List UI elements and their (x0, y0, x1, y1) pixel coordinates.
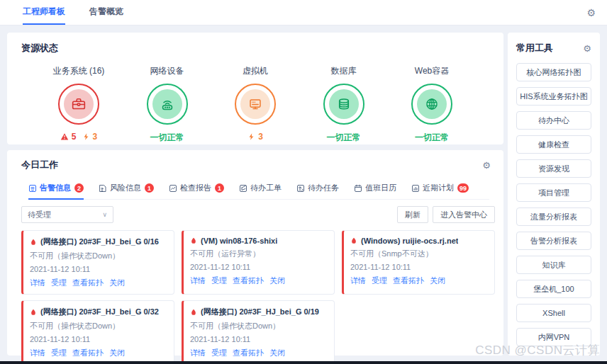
alert-card[interactable]: (网络接口) 20#3F_HJ_bei_G 0/32 不可用（操作状态Down）… (21, 300, 174, 364)
alert-card[interactable]: (网络接口) 20#3F_HJ_bei_G 0/16 不可用（操作状态Down）… (21, 230, 174, 295)
alert-time: 2021-11-12 10:11 (190, 263, 328, 271)
tool-xshell[interactable]: XShell (516, 304, 591, 322)
today-work-panel: 今日工作 ⚙ 告警信息 2 风险信息 1 检查报告 1 待办工单 (7, 150, 503, 356)
action-detail[interactable]: 详情 (190, 348, 206, 358)
tool-core-network-topology[interactable]: 核心网络拓扑图 (516, 63, 591, 81)
action-close[interactable]: 关闭 (269, 348, 285, 358)
action-close[interactable]: 关闭 (269, 275, 285, 286)
report-file-icon (169, 184, 177, 193)
resource-virtual-machines[interactable]: 虚拟机 3 (216, 65, 294, 144)
resource-network-devices[interactable]: 网络设备 一切正常 (128, 65, 206, 144)
tool-project-management[interactable]: 项目管理 (516, 183, 591, 202)
tool-todo-center[interactable]: 待办中心 (516, 111, 591, 130)
resource-status: 一切正常 (327, 132, 361, 144)
lightning-icon (247, 132, 255, 141)
common-tools-panel: 常用工具 ⚙ 核心网络拓扑图 HIS系统业务拓扑图 待办中心 健康检查 资源发现… (508, 33, 600, 356)
alert-card[interactable]: (网络接口) 20#3F_HJ_bei_G 0/19 不可用（操作状态Down）… (182, 300, 335, 364)
action-accept[interactable]: 受理 (211, 275, 227, 286)
resource-panel-title: 资源状态 (21, 42, 489, 55)
tab-alarm-overview[interactable]: 告警概览 (89, 0, 123, 25)
top-header: 工程师看板 告警概览 ⚙ (0, 0, 607, 25)
tool-health-check[interactable]: 健康检查 (516, 135, 591, 154)
gear-icon[interactable]: ⚙ (586, 0, 596, 25)
work-order-icon (239, 184, 247, 193)
flame-icon (30, 238, 37, 246)
alert-time: 2021-11-12 10:11 (190, 335, 328, 343)
tool-resource-discovery[interactable]: 资源发现 (516, 159, 591, 178)
warning-triangle-icon (60, 132, 69, 141)
tools-panel-title: 常用工具 (516, 42, 553, 55)
flame-icon (30, 308, 37, 317)
alert-cards-grid: (网络接口) 20#3F_HJ_bei_G 0/16 不可用（操作状态Down）… (21, 230, 495, 364)
action-close[interactable]: 关闭 (430, 275, 445, 286)
alert-status: 不可用（操作状态Down） (30, 321, 168, 331)
action-view-topology[interactable]: 查看拓扑 (72, 278, 104, 288)
resource-business-systems[interactable]: 业务系统 (16) (40, 65, 118, 144)
alert-card[interactable]: (VM) win08-176-shixi 不可用（运行异常） 2021-11-1… (182, 230, 335, 295)
action-close[interactable]: 关闭 (109, 278, 125, 288)
gear-icon[interactable]: ⚙ (482, 160, 491, 171)
alert-card[interactable]: (Windows) ruijie-ocs.rj.net 不可用（Snmp不可达）… (342, 230, 495, 295)
tab-todo-tasks[interactable]: 待办任务 (296, 178, 339, 200)
action-view-topology[interactable]: 查看拓扑 (233, 348, 264, 358)
alarm-list-icon (28, 184, 37, 193)
action-detail[interactable]: 详情 (30, 348, 45, 358)
alert-time: 2021-11-12 10:11 (30, 265, 168, 273)
resource-status: 一切正常 (150, 132, 184, 144)
alert-time: 2021-11-12 10:11 (350, 263, 489, 271)
calendar-icon (354, 184, 362, 193)
action-accept[interactable]: 受理 (51, 278, 67, 288)
alarm-filter-select[interactable]: 待受理 ∨ (21, 206, 113, 223)
badge: 99 (457, 183, 469, 193)
resource-row: 业务系统 (16) (21, 65, 489, 144)
badge: 1 (215, 183, 224, 193)
tool-his-business-topology[interactable]: HIS系统业务拓扑图 (516, 87, 591, 106)
alert-status: 不可用（操作状态Down） (30, 251, 168, 261)
tool-knowledge-base[interactable]: 知识库 (516, 256, 591, 274)
tool-bastion-host[interactable]: 堡垒机_100 (516, 280, 591, 298)
action-accept[interactable]: 受理 (211, 348, 227, 358)
bottom-strip (0, 361, 607, 364)
task-icon (296, 184, 305, 193)
tab-recent-plans[interactable]: 近期计划 99 (411, 178, 469, 200)
resource-status: 3 (247, 132, 263, 142)
resource-status-panel: 资源状态 业务系统 (16) (7, 33, 503, 144)
work-tabs: 告警信息 2 风险信息 1 检查报告 1 待办工单 待办任务 (28, 178, 489, 200)
tab-duty-calendar[interactable]: 值班日历 (354, 178, 396, 200)
resource-databases[interactable]: 数据库 一切正常 (305, 65, 383, 144)
badge: 1 (145, 183, 154, 193)
tool-alarm-report[interactable]: 告警分析报表 (516, 232, 591, 250)
action-accept[interactable]: 受理 (51, 348, 67, 358)
flame-icon (190, 237, 197, 245)
action-accept[interactable]: 受理 (372, 275, 387, 286)
database-icon (329, 89, 359, 119)
tab-alarm-info[interactable]: 告警信息 2 (28, 178, 84, 200)
virtual-machine-icon (240, 89, 270, 119)
work-panel-title: 今日工作 (21, 159, 58, 171)
plan-chart-icon (411, 184, 420, 193)
action-close[interactable]: 关闭 (109, 348, 125, 358)
chevron-down-icon: ∨ (102, 211, 107, 218)
alert-status: 不可用（Snmp不可达） (350, 249, 489, 259)
tab-todo-work-order[interactable]: 待办工单 (239, 178, 282, 200)
globe-icon (417, 89, 447, 119)
action-view-topology[interactable]: 查看拓扑 (393, 275, 424, 286)
action-detail[interactable]: 详情 (30, 278, 45, 288)
alarm-center-button[interactable]: 进入告警中心 (433, 206, 495, 223)
resource-status: 5 3 (60, 132, 97, 142)
action-view-topology[interactable]: 查看拓扑 (233, 275, 264, 286)
watermark: CSDN @CSDN云计算 (475, 342, 600, 358)
gear-icon[interactable]: ⚙ (583, 43, 591, 54)
tab-risk-info[interactable]: 风险信息 1 (99, 178, 154, 200)
flame-icon (190, 308, 197, 317)
risk-file-icon (99, 184, 107, 193)
tab-engineer-dashboard[interactable]: 工程师看板 (23, 0, 65, 25)
action-detail[interactable]: 详情 (190, 275, 206, 286)
tab-check-report[interactable]: 检查报告 1 (169, 178, 224, 200)
action-view-topology[interactable]: 查看拓扑 (72, 348, 104, 358)
alert-status: 不可用（运行异常） (190, 249, 328, 259)
tool-traffic-report[interactable]: 流量分析报表 (516, 207, 591, 226)
resource-web-containers[interactable]: Web容器 一切正常 (393, 65, 471, 144)
action-detail[interactable]: 详情 (350, 275, 366, 286)
refresh-button[interactable]: 刷新 (397, 206, 428, 223)
